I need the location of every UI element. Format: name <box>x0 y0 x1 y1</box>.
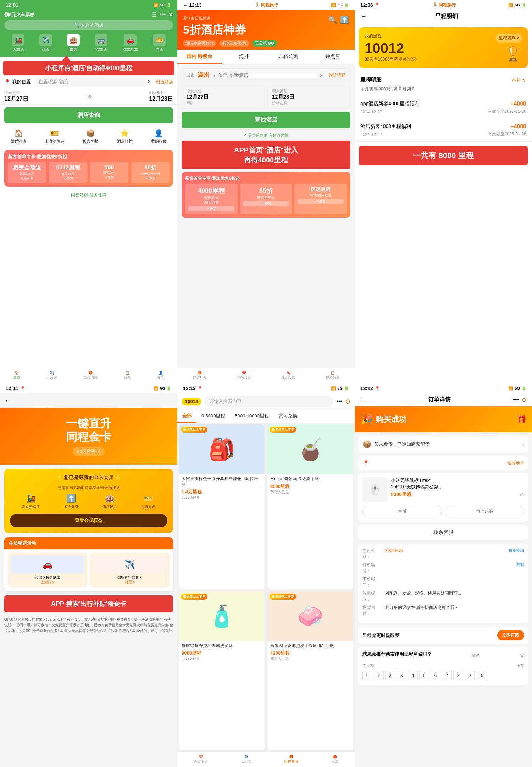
bottom-nav-travel[interactable]: ✈️ 去旅行 <box>46 371 57 380</box>
p5-bottom-flight[interactable]: ✈️ 买机票 <box>241 755 251 764</box>
promo-item-miles[interactable]: 6012里程 价值36元 可叠加 <box>49 162 87 183</box>
p2-search-btn[interactable]: 查找酒店 <box>182 112 350 128</box>
tab-homestay[interactable]: 民宿公寓 <box>266 50 310 64</box>
bottom-nav-home[interactable]: 🏠 首页 <box>13 371 20 380</box>
p6-service[interactable]: 联系客服 <box>358 525 528 540</box>
rating-3[interactable]: 3 <box>397 671 406 680</box>
promo-item-return[interactable]: 房费全额返 最高200元 高店可领 <box>8 162 46 183</box>
product-bag[interactable]: 🎒 金卡及以上专享 大容量旅行包干湿分离独立鞋仓可套拉杆箱 1.4万里程 831… <box>179 424 265 589</box>
p6-fee-detail[interactable]: 费用明细 <box>509 548 524 553</box>
location-input-2[interactable] <box>218 73 317 78</box>
p2-bottom-hongbao[interactable]: 🎁 我的红包 <box>193 371 207 380</box>
product-shampoo[interactable]: 🧴 锁卡及以上专享 舒露绿茶籽控油去屑洗发露 9000里程 5377人已兑 <box>179 591 265 750</box>
rating-1[interactable]: 1 <box>374 671 384 680</box>
close-icon-5[interactable]: ⊙ <box>345 398 350 405</box>
shampoo-icon: 🧴 <box>209 604 235 629</box>
nearby-label[interactable]: 附近酒店 <box>156 79 173 85</box>
tab-overseas[interactable]: 海外 <box>222 50 266 64</box>
checkin-section[interactable]: 今天入住 12月27日 <box>4 90 28 103</box>
filter-tab-5000-10000[interactable]: 5000-10000里程 <box>230 410 273 423</box>
p2-bottom-equity[interactable]: ❤️ 我的权益 <box>237 371 251 380</box>
p2-bottom-orders[interactable]: 📋 我的订单 <box>326 371 340 380</box>
bottom-nav-miles[interactable]: 🎁 里程商城 <box>83 371 98 380</box>
p2-promo-miles[interactable]: 4000里程 价值20元 30天有效 可叠加 <box>185 184 238 214</box>
menu-icon[interactable]: ☰ <box>152 11 157 18</box>
p3-month-filter[interactable]: 本月 ∨ <box>512 77 526 83</box>
p1-search-bar[interactable]: 🔍 附近的酒店 <box>4 20 173 30</box>
close-icon-6[interactable]: ⊙ <box>522 396 526 403</box>
p2-promo-lateout[interactable]: 延迟退房 47家酒店权益 可叠加 <box>294 184 347 214</box>
p5-bottom-fruit[interactable]: 🍎 果果 <box>331 755 338 764</box>
p2-banner-badges: 30元电影票红包 400元VIP权益 天天抢 GO <box>183 40 349 47</box>
p2-bottom-collect[interactable]: 🔖 我的收藏 <box>281 371 295 380</box>
quick-item-rank[interactable]: ⭐ 酒店排榜 <box>117 129 133 144</box>
close-icon-1[interactable]: ✕ <box>168 11 173 18</box>
p5-bottom-member[interactable]: 💝 会员中心 <box>194 755 208 764</box>
p3-my-miles-label: 我的里程 <box>365 33 418 39</box>
promo-item-discount[interactable]: 85折 体验白金会员 可叠加 <box>131 162 170 183</box>
p6-rebuy-btn[interactable]: 再次购买 <box>445 506 524 517</box>
product-soap[interactable]: 🧼 金卡及以上专享 蔬果园茶香泡泡洗手液500ML*2瓶 4200里程 4811… <box>267 591 353 750</box>
p2-promo-discount[interactable]: 85折 新客首单价 可叠加 <box>240 184 292 214</box>
nav-item-hotel[interactable]: 🏨 酒店 <box>67 34 80 52</box>
location-input[interactable]: 位置/品牌/酒店 <box>36 77 145 87</box>
rating-0[interactable]: 0 <box>362 671 372 680</box>
quick-item-nearby[interactable]: 🏠 附近酒店 <box>11 129 26 144</box>
filter-tab-0-5000[interactable]: 0-5000里程 <box>196 410 230 423</box>
nav-item-bus[interactable]: 🚌 汽车票 <box>95 34 107 52</box>
p6-copy-btn[interactable]: 复制 <box>516 562 524 567</box>
quick-item-package[interactable]: 📦 预售套餐 <box>83 129 98 144</box>
p1-hotel-search-btn[interactable]: 酒店查询 <box>4 107 173 123</box>
more-icon-5[interactable]: ••• <box>336 398 342 405</box>
nearby-btn-2[interactable]: 附近酒店 <box>329 72 346 78</box>
bottom-nav-orders[interactable]: 📋 订单 <box>124 371 131 380</box>
more-icon-6[interactable]: ••• <box>513 396 519 403</box>
p5-search-input[interactable]: 请输入搜索内容 <box>204 396 333 407</box>
p3-miles-warning[interactable]: 30天内10000里程即将过期> <box>365 56 418 62</box>
bottom-nav-profile[interactable]: 👤 我的 <box>157 371 164 380</box>
filter-tab-redeemable[interactable]: 我可兑换 <box>274 410 302 423</box>
rating-2[interactable]: 2 <box>385 671 395 680</box>
back-icon-2[interactable]: ← <box>183 2 188 8</box>
rules-btn[interactable]: 里程规则 > <box>496 34 522 43</box>
rating-4[interactable]: 4 <box>408 671 418 680</box>
rating-8[interactable]: 8 <box>453 671 463 680</box>
activity-item-airchina[interactable]: ✈️ 国航青年联名卡机票 > <box>90 553 170 588</box>
nav-item-ticket[interactable]: 🎫 门票 <box>153 34 166 52</box>
activity-item-pickup[interactable]: 🚗 订票享免费接送去旅行 > <box>8 553 87 588</box>
p2-checkout-box[interactable]: 明天离店 12月28日 价格星级 <box>267 85 350 109</box>
rating-10[interactable]: 10 <box>476 671 486 680</box>
nav-item-car[interactable]: 🚗 打车租车 <box>122 34 138 52</box>
filter-tab-all[interactable]: 全部 <box>177 410 196 423</box>
p2-go-btn[interactable]: 天天抢 GO <box>252 40 277 47</box>
rating-9[interactable]: 9 <box>465 671 475 680</box>
share-icon-2[interactable]: ⬆️ <box>340 16 349 24</box>
rating-6[interactable]: 6 <box>431 671 440 680</box>
nav-item-flight[interactable]: ✈️ 机票 <box>39 34 52 52</box>
back-icon-6[interactable]: ← <box>360 397 366 403</box>
more-icon[interactable]: ••• <box>160 11 166 18</box>
rating-5[interactable]: 5 <box>419 671 429 680</box>
quick-item-coupon[interactable]: 🎫 上海消费券 <box>45 129 64 144</box>
p2-checkin-box[interactable]: 今天入住 12月27日 1晚 <box>182 85 265 109</box>
promo-item-coupon[interactable]: ¥80 新客红包 可叠加 <box>90 162 128 183</box>
p2-city-row[interactable]: 城市 温州 ▾ ✕ 附近酒店 <box>182 68 350 82</box>
tab-hourly[interactable]: 钟点房 <box>310 50 355 64</box>
search-icon-2[interactable]: 🔍 <box>328 16 337 24</box>
clear-icon-2[interactable]: ✕ <box>320 73 323 78</box>
p4-back-btn[interactable]: ← <box>0 393 177 408</box>
p5-bottom-miles[interactable]: 🎁 里程商城 <box>284 755 298 764</box>
p6-close-recommend[interactable]: ✕ <box>520 652 524 659</box>
quick-item-favorites[interactable]: 👤 我的收藏 <box>151 129 167 144</box>
back-icon-3[interactable]: ← <box>360 13 367 20</box>
p4-check-btn[interactable]: 查看会员权益 <box>10 514 167 527</box>
address-btn[interactable]: 修改地址 <box>507 460 524 466</box>
clear-icon[interactable]: ✕ <box>148 79 151 84</box>
p6-aftersale-btn[interactable]: 售后 <box>362 506 442 517</box>
rating-7[interactable]: 7 <box>442 671 452 680</box>
product-cup[interactable]: 🧉 金卡及以上专享 Firmon'奇妙马卡龙'随手杯 8000里程 7999人已… <box>267 424 353 589</box>
checkout-section[interactable]: 明天离店 12月28日 <box>149 90 173 103</box>
nav-item-train[interactable]: 🚂 火车票 <box>12 34 24 52</box>
tab-domestic[interactable]: 国内·港澳台 <box>177 50 222 64</box>
p6-remind-btn[interactable]: 立即订阅 <box>497 630 524 640</box>
